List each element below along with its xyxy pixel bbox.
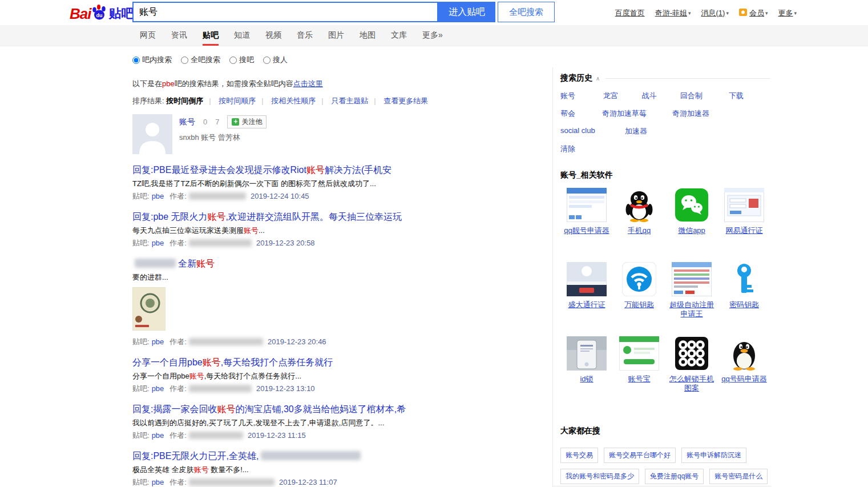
- history-link[interactable]: 奇游加速器: [672, 108, 709, 119]
- collapse-icon[interactable]: ∧: [596, 75, 600, 82]
- qq-penguin-icon[interactable]: [619, 187, 659, 223]
- qq-number-tool-screenshot-icon[interactable]: [567, 187, 607, 223]
- highlight-keyword: 账号: [208, 212, 226, 222]
- history-link[interactable]: 帮会: [560, 108, 602, 119]
- sort-time-desc[interactable]: 按时间倒序: [166, 96, 203, 105]
- result-title[interactable]: 全新账号: [132, 258, 540, 269]
- member-menu[interactable]: 会员▾: [739, 8, 768, 18]
- software-link[interactable]: 密码钥匙: [729, 300, 759, 309]
- forum-link[interactable]: pbe: [152, 478, 164, 486]
- history-row: 清除: [560, 144, 770, 154]
- tab-maps[interactable]: 地图: [360, 25, 376, 46]
- user-name-link[interactable]: 账号: [179, 117, 195, 127]
- everyone-searching-title: 大家都在搜: [560, 426, 770, 436]
- tab-video[interactable]: 视频: [265, 25, 281, 46]
- radio-search-forum[interactable]: 搜吧: [229, 55, 254, 65]
- history-link[interactable]: 下载: [729, 91, 744, 101]
- software-link[interactable]: 万能钥匙: [624, 300, 654, 309]
- username-menu[interactable]: 奇游-菲姐▾: [655, 8, 691, 18]
- result-title[interactable]: 回复:pbe 无限火力账号,欢迎进群交流组队开黑。每天抽三位幸运玩: [132, 211, 540, 223]
- history-link[interactable]: 回合制: [680, 91, 729, 101]
- forum-link[interactable]: pbe: [152, 384, 164, 393]
- password-key-icon[interactable]: [724, 261, 764, 297]
- shanda-passport-screenshot-icon[interactable]: [567, 261, 607, 297]
- sort-topics-only[interactable]: 只看主题贴: [331, 96, 368, 105]
- software-link[interactable]: qq靓号申请器: [564, 226, 609, 235]
- software-link[interactable]: 手机qq: [628, 226, 651, 235]
- tab-more[interactable]: 更多»: [422, 25, 443, 46]
- software-link[interactable]: 怎么解锁手机图案: [667, 375, 716, 393]
- history-link[interactable]: 战斗: [642, 91, 680, 101]
- result-title[interactable]: 回复:PBE最近登录进去会发现提示修改Riot账号解决方法(手机安: [132, 164, 540, 176]
- history-link[interactable]: social club: [560, 126, 625, 136]
- forum-link[interactable]: pbe: [152, 337, 164, 346]
- radio-search-forum-input[interactable]: [229, 57, 237, 64]
- enter-tieba-button[interactable]: 进入贴吧: [438, 2, 495, 22]
- suggestion-tag[interactable]: 账号申诉解防沉迷: [681, 448, 746, 463]
- sort-relevance[interactable]: 按相关性顺序: [271, 96, 316, 105]
- tab-web[interactable]: 网页: [140, 25, 156, 46]
- radio-all-forums-input[interactable]: [181, 57, 188, 64]
- suggestion-tag[interactable]: 我的账号和密码是多少: [560, 469, 639, 484]
- follow-button[interactable]: +关注他: [227, 115, 267, 128]
- tab-news[interactable]: 资讯: [171, 25, 187, 46]
- radio-search-people[interactable]: 搜人: [263, 55, 288, 65]
- tab-images[interactable]: 图片: [328, 25, 344, 46]
- history-link[interactable]: 账号: [560, 91, 603, 101]
- suggestion-tag[interactable]: 账号交易: [560, 448, 598, 463]
- software-link[interactable]: 微信app: [678, 226, 705, 235]
- more-menu[interactable]: 更多▾: [778, 8, 797, 18]
- avatar[interactable]: [132, 114, 172, 154]
- software-item: 怎么解锁手机图案: [665, 336, 718, 410]
- sort-time-asc[interactable]: 按时间顺序: [219, 96, 256, 105]
- tab-zhidao[interactable]: 知道: [234, 25, 250, 46]
- software-link[interactable]: qq号码申请器: [721, 375, 766, 384]
- notice-forum-highlight: pbe: [162, 79, 175, 88]
- clear-history-link[interactable]: 清除: [560, 144, 575, 154]
- software-link[interactable]: 超级自动注册申请王: [667, 300, 716, 319]
- tux-penguin-icon[interactable]: [724, 336, 764, 371]
- result-title[interactable]: 分享一个自用pbe账号,每天给我打个点券任务就行: [132, 357, 540, 368]
- main-content: 吧内搜索 全吧搜索 搜吧 搜人 以下是在pbe吧的搜索结果，如需搜索全贴吧内容点…: [132, 50, 540, 487]
- tab-wenku[interactable]: 文库: [391, 25, 407, 46]
- result-snippet: 要的进群...: [132, 272, 540, 282]
- suggestion-tag[interactable]: 免费注册qq账号: [645, 469, 704, 484]
- history-link[interactable]: 龙宫: [603, 91, 642, 101]
- wifi-master-key-icon[interactable]: [619, 261, 659, 297]
- search-input[interactable]: [132, 2, 438, 22]
- history-link[interactable]: 加速器: [625, 126, 647, 136]
- pattern-unlock-icon[interactable]: [672, 336, 712, 371]
- view-more-results[interactable]: 查看更多结果: [383, 96, 428, 105]
- wechat-icon[interactable]: [672, 187, 712, 223]
- logo-bai-text: Bai: [70, 5, 91, 23]
- iphone-id-lock-photo-icon[interactable]: [567, 336, 607, 371]
- software-link[interactable]: 盛大通行证: [568, 300, 605, 309]
- messages-menu[interactable]: 消息(1)▾: [701, 8, 729, 18]
- baidu-home-link[interactable]: 百度首页: [615, 8, 645, 18]
- radio-all-forums[interactable]: 全吧搜索: [181, 55, 220, 65]
- software-item: 手机qq: [613, 187, 665, 261]
- forum-link[interactable]: pbe: [152, 239, 164, 247]
- forum-link[interactable]: pbe: [152, 431, 164, 440]
- tab-music[interactable]: 音乐: [297, 25, 313, 46]
- result-title[interactable]: 回复:揭露一家会回收账号的淘宝店铺,30多就当给他妈送了棺材本,希: [132, 404, 540, 415]
- tab-tieba[interactable]: 贴吧: [203, 25, 219, 46]
- history-link[interactable]: 奇游加速草莓: [602, 108, 672, 119]
- suggestion-tag[interactable]: 账号密码是什么: [709, 469, 768, 484]
- forum-link[interactable]: pbe: [152, 192, 164, 200]
- software-link[interactable]: id锁: [580, 375, 593, 384]
- radio-search-people-input[interactable]: [263, 57, 271, 64]
- radio-in-forum[interactable]: 吧内搜索: [132, 55, 172, 65]
- suggestion-tag[interactable]: 账号交易平台哪个好: [604, 448, 676, 463]
- result-title[interactable]: 回复:PBE无限火力已开,全英雄,: [132, 450, 540, 462]
- search-all-tieba-button[interactable]: 全吧搜索: [498, 2, 555, 22]
- click-here-link[interactable]: 点击这里: [293, 79, 323, 88]
- result-thumbnail[interactable]: [132, 287, 165, 331]
- radio-in-forum-input[interactable]: [132, 57, 140, 64]
- auto-register-screenshot-icon[interactable]: [672, 261, 712, 297]
- software-link[interactable]: 账号宝: [628, 375, 651, 384]
- baidu-tieba-logo[interactable]: Bai du 贴吧: [70, 4, 134, 23]
- software-link[interactable]: 网易通行证: [726, 226, 763, 235]
- netease-passport-screenshot-icon[interactable]: [724, 187, 764, 223]
- zhanghaobao-screenshot-icon[interactable]: [619, 336, 659, 371]
